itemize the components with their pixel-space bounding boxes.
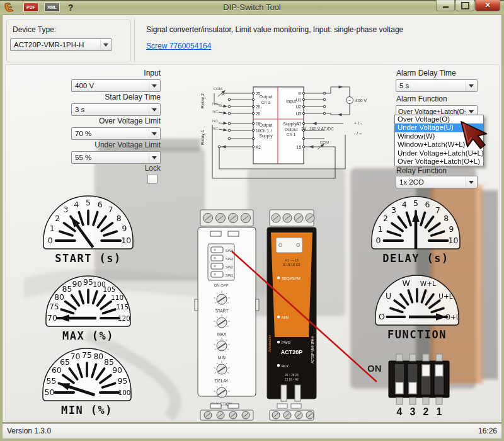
svg-text:50: 50 [45,387,55,397]
header-divider [134,19,135,62]
svg-text:1: 1 [377,224,382,234]
svg-text:5: 5 [86,198,91,207]
svg-text:15: 15 [297,145,302,149]
svg-text:MIN: MIN [218,355,226,360]
svg-text:+ / -: + / - [354,121,362,125]
svg-text:Output: Output [259,123,272,128]
svg-text:26: 26 [256,112,261,116]
start-delay-combo[interactable]: 3 s [71,103,161,116]
svg-text:U1: U1 [296,98,302,102]
svg-text:Weidmüller: Weidmüller [268,335,272,352]
under-voltage-value: 55 % [75,154,91,161]
lock-checkbox[interactable] [147,174,158,184]
svg-text:90: 90 [112,365,122,375]
chevron-down-icon [466,177,476,187]
svg-text:A1 – – 15: A1 – – 15 [285,258,299,262]
alarm-function-option[interactable]: Under Voltage(U) [395,123,483,132]
window-title: DIP-Switch Tool [0,3,504,12]
svg-text:U2: U2 [296,105,302,109]
alarm-function-option[interactable]: Over Voltage(O) [395,115,483,123]
svg-text:MAX: MAX [217,332,227,336]
svg-text:SW3: SW3 [226,257,233,261]
over-voltage-combo[interactable]: 70 % [71,127,161,140]
svg-text:9: 9 [122,224,127,233]
svg-text:55: 55 [46,376,56,386]
product-module-images: SW4SW3SW2SW1ON OFFSTARTMAXMINDELAYFUNCTI… [189,205,324,422]
svg-text:U3: U3 [296,112,302,116]
svg-text:Relay 1: Relay 1 [200,130,205,145]
dip-number: 1 [437,406,442,417]
input-combo[interactable]: 400 V [71,79,161,92]
svg-text:START: START [215,309,229,313]
svg-text:- / ~: - / ~ [354,131,362,135]
svg-text:COM: COM [214,86,222,91]
svg-text:U: U [386,291,391,301]
svg-text:6: 6 [98,200,103,209]
ordering-link[interactable]: Screw 7760054164 [146,42,211,50]
chevron-down-icon [100,40,111,50]
svg-text:2: 2 [55,214,60,223]
svg-text:RLY: RLY [282,364,289,368]
chevron-down-icon [466,81,476,91]
alarm-function-option[interactable]: Under Voltage+Latch(U+L) [395,149,483,158]
svg-text:28: 28 [256,105,261,109]
svg-text:Ch 2: Ch 2 [261,100,271,105]
svg-text:6: 6 [425,200,430,209]
dip-switch-graphic: ON4321 [362,348,504,420]
svg-text:24...240 V AC/DC: 24...240 V AC/DC [301,127,334,131]
under-voltage-combo[interactable]: 55 % [71,151,161,164]
gauge-title: START (s) [55,252,122,265]
svg-text:A1: A1 [296,122,301,126]
svg-text:O: O [379,312,385,321]
svg-text:E U1 U2 U3: E U1 U2 U3 [284,263,301,266]
gauge-function: OUWW+LU+LO+LFUNCTION [367,265,467,345]
minimize-button[interactable] [436,0,455,11]
maximize-button[interactable] [455,0,474,11]
svg-text:65: 65 [60,357,70,367]
svg-text:3: 3 [64,205,69,214]
svg-text:0: 0 [376,236,381,245]
dip-number: 2 [423,406,429,417]
relay-function-combo[interactable]: 1x 2CO [396,176,478,188]
alarm-function-option[interactable]: Over Voltage+Latch(O+L) [395,158,483,166]
svg-text:NO: NO [212,102,218,106]
start-delay-value: 3 s [75,106,84,113]
svg-text:ACT20P-VMR-1PH-H: ACT20P-VMR-1PH-H [311,336,314,364]
svg-text:W+L: W+L [420,280,436,287]
svg-text:0: 0 [48,236,53,245]
alarm-function-option[interactable]: Window(W) [395,132,483,140]
gauge-min: 50556065707580859095100MIN (%) [34,338,140,420]
svg-text:25: 25 [256,91,261,96]
svg-text:115: 115 [116,303,129,311]
svg-text:2: 2 [383,214,388,223]
svg-text:U+L: U+L [438,292,452,300]
svg-text:15 16 – A2: 15 16 – A2 [285,378,299,381]
svg-text:3: 3 [391,205,396,215]
device-type-value: ACT20P-VMR-1PH-H [14,41,84,49]
svg-text:95: 95 [118,376,128,386]
svg-text:10: 10 [449,236,459,245]
dip-on-label: ON [367,363,382,374]
device-description: Signal converter/insulator, Limit value … [146,25,403,34]
svg-text:70: 70 [71,352,81,361]
svg-text:ACT20P: ACT20P [281,349,303,355]
svg-text:Output: Output [284,127,297,132]
alarm-function-dropdown-list: Over Voltage(O)Under Voltage(U)Window(W)… [394,115,484,166]
svg-text:85: 85 [62,284,72,294]
svg-text:Supply: Supply [259,134,273,139]
svg-text:80: 80 [93,352,103,361]
alarm-delay-combo[interactable]: 5 s [396,79,478,92]
gauge-max: 707580859095100105110115120MAX (%) [37,266,139,346]
clock-text: 16:26 [478,427,497,435]
close-button[interactable]: ✕ [475,0,500,11]
svg-text:105: 105 [103,285,115,293]
svg-text:100: 100 [118,389,130,396]
svg-text:90: 90 [72,279,82,289]
svg-text:~: ~ [348,98,351,103]
svg-text:110: 110 [111,294,123,301]
svg-text:7: 7 [108,205,113,214]
titlebar: PDF XML ? DIP-Switch Tool ✕ [0,0,504,14]
svg-text:18: 18 [256,122,261,126]
device-type-combo[interactable]: ACT20P-VMR-1PH-H [10,38,112,51]
alarm-function-option[interactable]: Window+Latch(W+L) [395,140,483,149]
